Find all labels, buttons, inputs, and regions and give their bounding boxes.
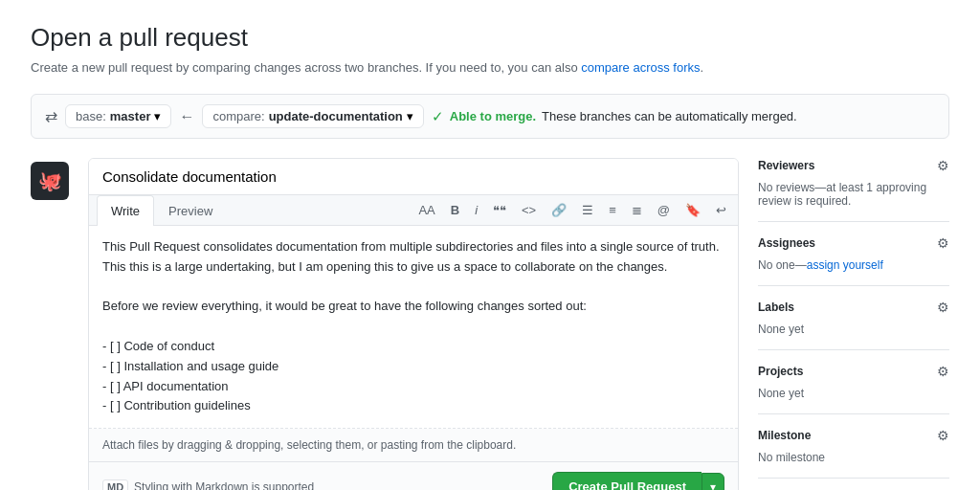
create-pull-request-button[interactable]: Create Pull Request [552, 472, 702, 490]
create-pull-request-dropdown-button[interactable]: ▾ [702, 473, 724, 490]
tab-preview[interactable]: Preview [154, 195, 227, 226]
arrow-icon: ← [179, 108, 194, 125]
sidebar-section-assignees: Assignees ⚙ No one—assign yourself [758, 222, 949, 286]
toolbar-task-icon[interactable]: ≣ [628, 201, 646, 219]
milestone-title: Milestone [758, 429, 811, 442]
pr-footer: MD Styling with Markdown is supported Cr… [89, 462, 738, 490]
page-title: Open a pull request [31, 23, 949, 53]
markdown-note: MD Styling with Markdown is supported [102, 479, 314, 490]
toolbar-icons: AA B i ❝❝ <> 🔗 ☰ ≡ ≣ @ 🔖 ↩ [414, 195, 730, 225]
reviewers-title: Reviewers [758, 159, 814, 172]
toolbar-ol-icon[interactable]: ≡ [605, 201, 620, 219]
compare-label: compare: [212, 109, 264, 123]
page-subtitle: Create a new pull request by comparing c… [31, 60, 949, 75]
tab-write[interactable]: Write [97, 195, 154, 226]
toolbar-mention-icon[interactable]: @ [654, 201, 674, 219]
compare-branch-select[interactable]: compare: update-documentation ▾ [202, 104, 423, 128]
labels-gear-icon[interactable]: ⚙ [937, 300, 949, 315]
compare-branch-name: update-documentation [269, 109, 403, 123]
avatar: 🐙 [31, 162, 69, 200]
check-icon: ✓ [432, 108, 444, 125]
editor-body[interactable]: This Pull Request consolidates documenta… [89, 226, 738, 429]
assignees-value: No one—assign yourself [758, 258, 949, 272]
pr-form: Write Preview AA B i ❝❝ <> 🔗 ☰ ≡ ≣ @ 🔖 ↩… [88, 158, 739, 490]
toolbar-link-icon[interactable]: 🔗 [547, 201, 570, 219]
sidebar-section-milestone: Milestone ⚙ No milestone [758, 414, 949, 479]
attach-text: Attach files by dragging & dropping, sel… [102, 438, 516, 452]
able-to-merge-text: Able to merge. [450, 109, 536, 123]
base-branch-name: master [110, 109, 151, 123]
base-label: base: [76, 109, 106, 123]
compare-dropdown-icon: ▾ [407, 109, 413, 123]
toolbar-ref-icon[interactable]: 🔖 [681, 201, 704, 219]
branch-bar: ⇄ base: master ▾ ← compare: update-docum… [31, 94, 949, 139]
labels-header: Labels ⚙ [758, 300, 949, 315]
merge-status: ✓ Able to merge. These branches can be a… [432, 108, 797, 125]
attach-zone[interactable]: Attach files by dragging & dropping, sel… [89, 429, 738, 462]
projects-title: Projects [758, 365, 803, 378]
pr-title-input[interactable] [89, 159, 738, 195]
sync-icon: ⇄ [45, 107, 57, 125]
projects-gear-icon[interactable]: ⚙ [937, 364, 949, 379]
labels-value: None yet [758, 323, 949, 336]
toolbar-aa-icon[interactable]: AA [414, 201, 438, 219]
sidebar-section-projects: Projects ⚙ None yet [758, 350, 949, 414]
sidebar: Reviewers ⚙ No reviews—at least 1 approv… [758, 158, 949, 490]
editor-tabs: Write Preview AA B i ❝❝ <> 🔗 ☰ ≡ ≣ @ 🔖 ↩ [89, 195, 738, 226]
assignees-header: Assignees ⚙ [758, 235, 949, 251]
toolbar-bold-icon[interactable]: B [447, 201, 463, 219]
assignees-title: Assignees [758, 236, 815, 250]
reviewers-gear-icon[interactable]: ⚙ [937, 158, 949, 173]
main-layout: 🐙 Write Preview AA B i ❝❝ <> 🔗 ☰ ≡ ≣ @ 🔖… [31, 158, 949, 490]
submit-group: Create Pull Request ▾ [552, 472, 724, 490]
milestone-value: No milestone [758, 451, 949, 464]
reviewers-header: Reviewers ⚙ [758, 158, 949, 173]
labels-title: Labels [758, 301, 794, 314]
toolbar-quote-icon[interactable]: ❝❝ [489, 201, 510, 219]
projects-value: None yet [758, 387, 949, 400]
toolbar-code-icon[interactable]: <> [518, 201, 540, 219]
reviewers-value: No reviews—at least 1 approving review i… [758, 181, 949, 208]
base-branch-select[interactable]: base: master ▾ [65, 104, 171, 128]
milestone-header: Milestone ⚙ [758, 428, 949, 443]
toolbar-undo-icon[interactable]: ↩ [712, 201, 730, 219]
sidebar-section-reviewers: Reviewers ⚙ No reviews—at least 1 approv… [758, 158, 949, 222]
pr-body-text: This Pull Request consolidates documenta… [102, 237, 724, 416]
assignees-plain-text: No one— [758, 258, 807, 272]
md-badge: MD [102, 479, 128, 490]
markdown-note-text: Styling with Markdown is supported [134, 480, 314, 490]
merge-note: These branches can be automatically merg… [542, 109, 797, 123]
compare-forks-link[interactable]: compare across forks [581, 60, 700, 75]
assign-yourself-link[interactable]: assign yourself [807, 258, 883, 272]
toolbar-ul-icon[interactable]: ☰ [578, 201, 597, 219]
assignees-gear-icon[interactable]: ⚙ [937, 235, 949, 251]
projects-header: Projects ⚙ [758, 364, 949, 379]
sidebar-section-labels: Labels ⚙ None yet [758, 286, 949, 350]
toolbar-italic-icon[interactable]: i [471, 201, 481, 219]
base-dropdown-icon: ▾ [154, 109, 161, 123]
milestone-gear-icon[interactable]: ⚙ [937, 428, 949, 443]
